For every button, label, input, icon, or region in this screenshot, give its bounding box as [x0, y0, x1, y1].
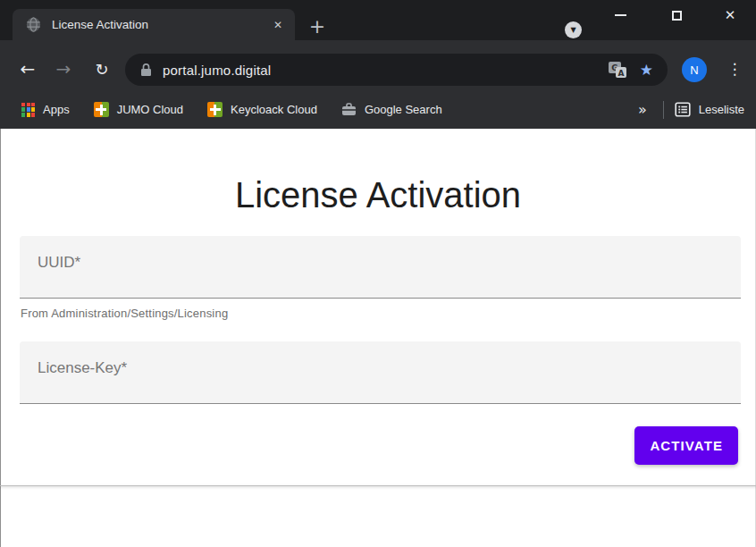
bookmark-label: Keycloack Cloud — [231, 103, 317, 116]
bookmark-star-icon[interactable]: ★ — [640, 61, 653, 79]
tab-search-button[interactable]: ▼ — [565, 21, 582, 38]
reading-list-label: Leseliste — [699, 103, 744, 116]
bookmark-label: Apps — [43, 103, 70, 116]
bookmarks-list: Apps JUMO Cloud Keycloack Cloud Google S… — [0, 102, 442, 117]
window-minimize-button[interactable] — [607, 2, 634, 29]
reload-button[interactable]: ↻ — [88, 55, 116, 83]
page-title: License Activation — [1, 175, 755, 215]
divider — [663, 101, 664, 119]
license-key-input[interactable] — [20, 341, 741, 403]
browser-tab[interactable]: License Activation ✕ — [13, 9, 295, 40]
tab-title: License Activation — [52, 18, 266, 31]
caret-down-icon: ▼ — [570, 27, 575, 34]
globe-favicon-icon — [26, 17, 41, 32]
uuid-field[interactable] — [20, 236, 741, 299]
tab-close-icon[interactable]: ✕ — [266, 13, 290, 37]
license-key-field[interactable] — [20, 341, 741, 404]
browser-menu-icon[interactable]: ⋮ — [725, 55, 744, 82]
forward-button[interactable]: → — [49, 55, 78, 83]
bookmark-keycloack-cloud[interactable]: Keycloack Cloud — [207, 102, 317, 117]
browser-toolbar: ← → ↻ portal.jumo.digital G A ★ N ⋮ — [0, 40, 756, 90]
profile-avatar[interactable]: N — [682, 57, 707, 82]
bookmark-google-search[interactable]: Google Search — [341, 103, 442, 116]
lock-icon — [140, 63, 152, 77]
url-text[interactable]: portal.jumo.digital — [163, 63, 608, 78]
reading-list-icon — [675, 102, 691, 117]
minimize-icon — [615, 14, 626, 16]
apps-grid-icon — [21, 103, 35, 117]
jumo-plus-icon — [94, 102, 109, 117]
bookmark-label: JUMO Cloud — [117, 103, 183, 116]
briefcase-icon — [341, 103, 357, 116]
svg-text:A: A — [617, 69, 624, 78]
bookmark-jumo-cloud[interactable]: JUMO Cloud — [94, 102, 183, 117]
uuid-helper-text: From Administration/Settings/Licensing — [21, 307, 228, 320]
translate-icon[interactable]: G A — [608, 61, 627, 79]
window-close-button[interactable]: ✕ — [717, 2, 743, 29]
window-maximize-button[interactable] — [663, 2, 690, 29]
jumo-plus-icon — [207, 102, 223, 117]
reading-list-button[interactable]: Leseliste — [675, 102, 744, 117]
back-button[interactable]: ← — [13, 55, 42, 83]
address-bar[interactable]: portal.jumo.digital G A ★ — [125, 54, 668, 86]
bookmarks-bar: Apps JUMO Cloud Keycloack Cloud Google S… — [0, 90, 756, 129]
bookmark-label: Google Search — [365, 103, 442, 116]
bookmark-apps[interactable]: Apps — [21, 103, 70, 117]
maximize-icon — [672, 11, 682, 21]
activate-button[interactable]: ACTIVATE — [634, 426, 738, 465]
tab-strip: License Activation ✕ + ▼ ✕ — [0, 0, 756, 40]
uuid-input[interactable] — [20, 236, 741, 298]
page-content: License Activation From Administration/S… — [0, 129, 756, 547]
bookmarks-right-cluster: » Leseliste — [633, 101, 744, 119]
bookmarks-overflow-chevron-icon[interactable]: » — [633, 101, 652, 118]
new-tab-button[interactable]: + — [305, 13, 330, 38]
card-bottom-divider — [0, 485, 756, 486]
